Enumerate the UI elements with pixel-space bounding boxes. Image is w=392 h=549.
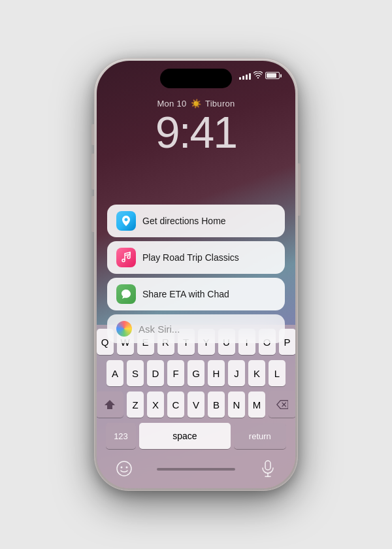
key-z[interactable]: Z	[127, 391, 144, 418]
svg-point-4	[126, 467, 128, 469]
signal-bar-2	[242, 76, 244, 80]
keyboard-row-3: ZXCVBNM	[99, 391, 293, 418]
key-x[interactable]: X	[147, 391, 164, 418]
mic-icon[interactable]	[256, 457, 280, 480]
key-f[interactable]: F	[167, 360, 184, 386]
signal-bar-3	[246, 75, 248, 80]
siri-placeholder: Ask Siri...	[139, 324, 180, 335]
key-shift[interactable]	[97, 391, 123, 418]
keyboard-row-bottom: 123 space return	[99, 423, 293, 449]
keyboard-bottom-bar	[99, 454, 293, 480]
key-k[interactable]: K	[248, 360, 265, 386]
key-return[interactable]: return	[234, 423, 286, 449]
svg-point-3	[121, 467, 123, 469]
key-delete[interactable]	[269, 391, 295, 418]
suggestion-directions[interactable]: Get directions Home	[107, 205, 285, 237]
key-c[interactable]: C	[167, 391, 184, 418]
dynamic-island	[160, 69, 232, 88]
emoji-icon[interactable]	[112, 457, 136, 480]
suggestion-messages[interactable]: Share ETA with Chad	[107, 278, 285, 310]
key-j[interactable]: J	[228, 360, 245, 386]
key-n[interactable]: N	[228, 391, 245, 418]
suggestion-music-text: Play Road Trip Classics	[142, 252, 239, 263]
keyboard-row-2: ASDFGHJKL	[99, 360, 293, 386]
battery-icon	[265, 72, 280, 79]
suggestion-messages-text: Share ETA with Chad	[142, 289, 229, 299]
lock-time: 9:41	[97, 110, 295, 154]
suggestion-directions-text: Get directions Home	[142, 216, 226, 226]
signal-bar-4	[249, 73, 251, 80]
signal-icon	[239, 72, 251, 80]
music-icon	[116, 248, 136, 267]
volume-down-button[interactable]	[91, 196, 94, 232]
key-h[interactable]: H	[208, 360, 225, 386]
suggestion-music[interactable]: Play Road Trip Classics	[107, 241, 285, 274]
key-l[interactable]: L	[269, 360, 286, 386]
siri-suggestions-area: Get directions Home Play Road Trip Class…	[107, 205, 285, 343]
messages-icon	[116, 284, 136, 304]
wifi-icon	[253, 71, 263, 80]
key-v[interactable]: V	[188, 391, 204, 418]
key-space[interactable]: space	[139, 423, 231, 449]
home-indicator[interactable]	[157, 468, 235, 471]
phone-frame: Mon 10 ☀️ Tiburon 9:41 Get directions Ho…	[95, 59, 297, 490]
key-b[interactable]: B	[208, 391, 225, 418]
signal-bar-1	[239, 77, 241, 80]
svg-rect-5	[265, 461, 270, 470]
key-g[interactable]: G	[188, 360, 204, 386]
phone-screen: Mon 10 ☀️ Tiburon 9:41 Get directions Ho…	[97, 61, 295, 488]
lock-screen-info: Mon 10 ☀️ Tiburon 9:41	[97, 99, 295, 154]
mute-button[interactable]	[91, 124, 94, 145]
volume-up-button[interactable]	[91, 154, 94, 190]
siri-input-bar[interactable]: Ask Siri...	[107, 314, 285, 343]
key-d[interactable]: D	[147, 360, 164, 386]
svg-point-2	[117, 461, 131, 476]
key-a[interactable]: A	[106, 360, 123, 386]
keyboard: QWERTYUIOP ASDFGHJKL ZXCVBNM 123 space r…	[97, 325, 295, 488]
siri-logo	[116, 321, 132, 337]
key-123[interactable]: 123	[106, 423, 136, 449]
key-m[interactable]: M	[248, 391, 265, 418]
power-button[interactable]	[298, 163, 301, 216]
maps-icon	[116, 211, 136, 231]
key-s[interactable]: S	[127, 360, 144, 386]
status-right	[239, 71, 280, 80]
